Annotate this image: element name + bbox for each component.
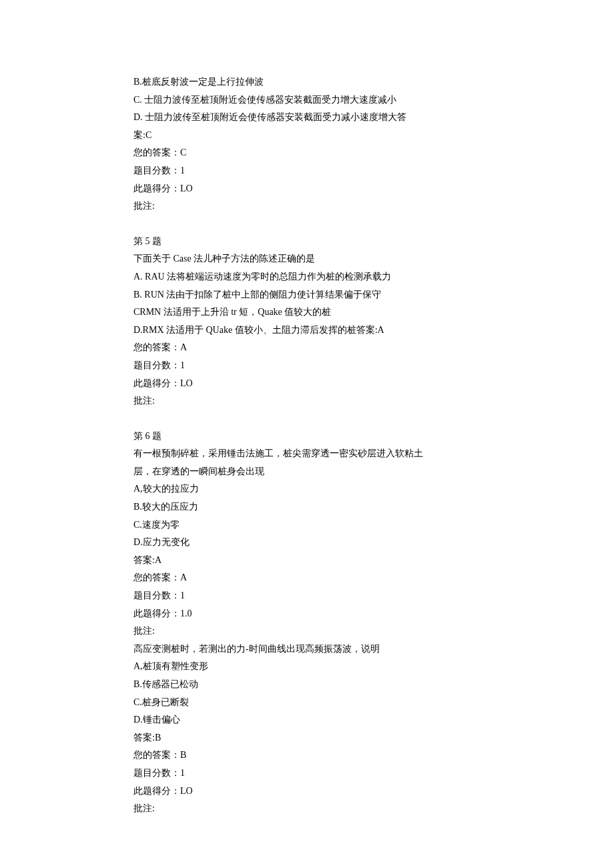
q7-option-d: D.锤击偏心 bbox=[133, 711, 481, 729]
q7-got-score: 此题得分：LO bbox=[133, 783, 481, 801]
q5-option-a: A. RAU 法将桩端运动速度为零时的总阻力作为桩的检测承载力 bbox=[133, 268, 481, 286]
q4-answer: 案:C bbox=[133, 127, 481, 145]
q6-option-a: A,较大的拉应力 bbox=[133, 480, 481, 498]
q5-header: 第 5 题 bbox=[133, 233, 481, 251]
q6-stem-line2: 层，在穿透的一瞬间桩身会出现 bbox=[133, 463, 481, 481]
q6-note: 批注: bbox=[133, 622, 481, 640]
q6-answer: 答案:A bbox=[133, 552, 481, 570]
spacer bbox=[133, 215, 481, 233]
document-page: B.桩底反射波一定是上行拉伸波 C. 士阻力波传至桩顶附近会使传感器安装截面受力… bbox=[0, 0, 614, 868]
q7-score: 题目分数：1 bbox=[133, 765, 481, 783]
q4-option-c: C. 士阻力波传至桩顶附近会使传感器安装截面受力增大速度减小 bbox=[133, 91, 481, 109]
q5-option-b: B. RUN 法由于扣除了桩中上部的侧阻力使计算结果偏于保守 bbox=[133, 286, 481, 304]
q4-score: 题目分数：1 bbox=[133, 162, 481, 180]
q6-option-c: C.速度为零 bbox=[133, 516, 481, 534]
q7-answer: 答案:B bbox=[133, 729, 481, 747]
q5-score: 题目分数：1 bbox=[133, 357, 481, 375]
q6-stem-line1: 有一根预制碎桩，采用锤击法施工，桩尖需穿透一密实砂层进入软粘土 bbox=[133, 445, 481, 463]
q4-your-answer: 您的答案：C bbox=[133, 144, 481, 162]
q6-got-score: 此题得分：1.0 bbox=[133, 605, 481, 623]
q4-note: 批注: bbox=[133, 197, 481, 215]
q6-your-answer: 您的答案：A bbox=[133, 569, 481, 587]
spacer bbox=[133, 410, 481, 428]
q7-note: 批注: bbox=[133, 800, 481, 818]
q5-option-c: CRMN 法适用于上升沿 tr 短，Quake 值较大的桩 bbox=[133, 304, 481, 322]
q7-your-answer: 您的答案：B bbox=[133, 747, 481, 765]
q4-got-score: 此题得分：LO bbox=[133, 180, 481, 198]
q4-option-b: B.桩底反射波一定是上行拉伸波 bbox=[133, 73, 481, 91]
q7-option-a: A,桩顶有塑性变形 bbox=[133, 658, 481, 676]
q5-note: 批注: bbox=[133, 392, 481, 410]
q6-header: 第 6 题 bbox=[133, 428, 481, 446]
q4-option-d: D. 士阻力波传至桩顶附近会使传感器安装截面受力减小速度增大答 bbox=[133, 109, 481, 127]
q6-option-b: B.较大的压应力 bbox=[133, 498, 481, 516]
q7-stem: 高应变测桩时，若测出的力-时间曲线出现高频振荡波，说明 bbox=[133, 640, 481, 659]
q6-option-d: D.应力无变化 bbox=[133, 534, 481, 552]
q5-got-score: 此题得分：LO bbox=[133, 375, 481, 393]
q5-option-d: D.RMX 法适用于 QUake 值较小、土阻力滞后发挥的桩答案:A bbox=[133, 322, 481, 340]
q7-option-b: B.传感器已松动 bbox=[133, 676, 481, 694]
q5-your-answer: 您的答案：A bbox=[133, 339, 481, 357]
q5-stem: 下面关于 Case 法儿种子方法的陈述正确的是 bbox=[133, 250, 481, 268]
q6-score: 题目分数：1 bbox=[133, 587, 481, 605]
q7-option-c: C.桩身已断裂 bbox=[133, 694, 481, 712]
